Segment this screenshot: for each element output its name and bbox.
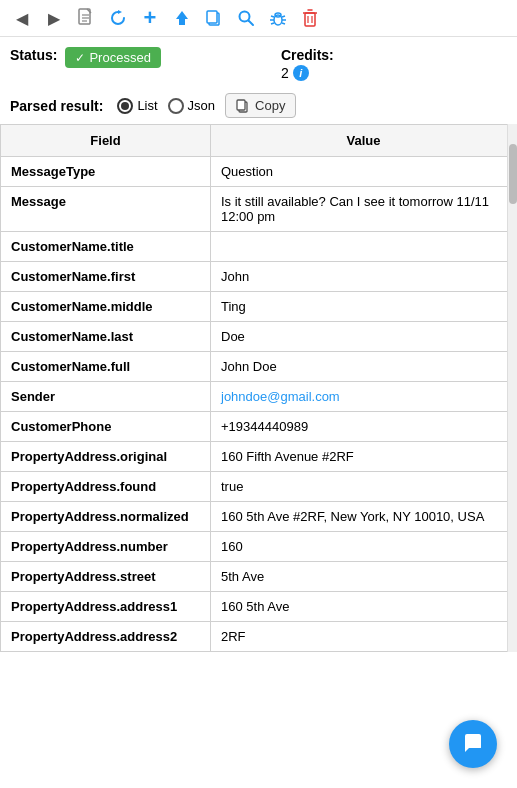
document-icon[interactable]: [74, 6, 98, 30]
value-cell: 160 5th Ave #2RF, New York, NY 10010, US…: [211, 502, 517, 532]
copy-btn-icon: [236, 99, 250, 113]
status-label: Status:: [10, 47, 57, 63]
svg-line-12: [271, 23, 274, 24]
page-container: ◀ ▶ +: [0, 0, 517, 652]
table-row: CustomerName.middleTing: [1, 292, 517, 322]
back-button[interactable]: ◀: [10, 6, 34, 30]
toolbar: ◀ ▶ +: [0, 0, 517, 37]
parsed-result-label: Parsed result:: [10, 98, 103, 114]
field-cell: CustomerName.last: [1, 322, 211, 352]
svg-marker-4: [176, 11, 188, 25]
status-row: Status: ✓ Processed Credits: 2 i: [0, 37, 517, 87]
value-cell: 5th Ave: [211, 562, 517, 592]
parsed-result-row: Parsed result: List Json Copy: [0, 87, 517, 124]
table-row: PropertyAddress.original160 Fifth Avenue…: [1, 442, 517, 472]
value-cell: 160 Fifth Avenue #2RF: [211, 442, 517, 472]
field-cell: CustomerName.full: [1, 352, 211, 382]
field-cell: CustomerName.title: [1, 232, 211, 262]
value-header: Value: [211, 125, 517, 157]
value-cell: +19344440989: [211, 412, 517, 442]
chat-fab-icon: [461, 732, 485, 756]
scrollbar-track[interactable]: [507, 124, 517, 652]
copy-button-label: Copy: [255, 98, 285, 113]
radio-json-label: Json: [188, 98, 215, 113]
value-cell: Ting: [211, 292, 517, 322]
value-cell: johndoe@gmail.com: [211, 382, 517, 412]
info-icon[interactable]: i: [293, 65, 309, 81]
value-cell: Question: [211, 157, 517, 187]
value-cell: John: [211, 262, 517, 292]
field-cell: Message: [1, 187, 211, 232]
search-icon[interactable]: [234, 6, 258, 30]
table-row: PropertyAddress.normalized160 5th Ave #2…: [1, 502, 517, 532]
credits-value: 2 i: [281, 63, 334, 81]
svg-line-8: [249, 21, 254, 26]
table-header-row: Field Value: [1, 125, 517, 157]
status-badge: ✓ Processed: [65, 47, 160, 68]
field-cell: CustomerName.first: [1, 262, 211, 292]
value-cell: John Doe: [211, 352, 517, 382]
table-row: PropertyAddress.address1160 5th Ave: [1, 592, 517, 622]
add-icon[interactable]: +: [138, 6, 162, 30]
field-cell: PropertyAddress.address2: [1, 622, 211, 652]
svg-rect-23: [237, 100, 245, 110]
table-row: CustomerName.title: [1, 232, 517, 262]
value-cell: Is it still available? Can I see it tomo…: [211, 187, 517, 232]
field-header: Field: [1, 125, 211, 157]
radio-list-option[interactable]: List: [117, 98, 157, 114]
field-cell: PropertyAddress.number: [1, 532, 211, 562]
data-table: Field Value MessageTypeQuestionMessageIs…: [0, 124, 517, 652]
value-cell: [211, 232, 517, 262]
copy-button[interactable]: Copy: [225, 93, 296, 118]
checkmark-icon: ✓: [75, 51, 85, 65]
field-cell: CustomerName.middle: [1, 292, 211, 322]
field-cell: PropertyAddress.found: [1, 472, 211, 502]
table-row: MessageTypeQuestion: [1, 157, 517, 187]
status-badge-text: Processed: [89, 50, 150, 65]
radio-group: List Json: [117, 98, 215, 114]
svg-rect-17: [305, 13, 315, 26]
value-cell: Doe: [211, 322, 517, 352]
forward-button[interactable]: ▶: [42, 6, 66, 30]
svg-line-10: [271, 16, 274, 17]
field-cell: PropertyAddress.address1: [1, 592, 211, 622]
upload-icon[interactable]: [170, 6, 194, 30]
delete-icon[interactable]: [298, 6, 322, 30]
credits-section: Credits: 2 i: [281, 47, 334, 81]
refresh-icon[interactable]: [106, 6, 130, 30]
bug-icon[interactable]: [266, 6, 290, 30]
table-row: CustomerPhone+19344440989: [1, 412, 517, 442]
svg-rect-6: [207, 11, 217, 23]
table-row: PropertyAddress.number160: [1, 532, 517, 562]
email-link[interactable]: johndoe@gmail.com: [221, 389, 340, 404]
copy2-icon[interactable]: [202, 6, 226, 30]
chat-fab-button[interactable]: [449, 720, 497, 768]
radio-list-circle: [117, 98, 133, 114]
field-cell: PropertyAddress.original: [1, 442, 211, 472]
value-cell: true: [211, 472, 517, 502]
table-wrapper: Field Value MessageTypeQuestionMessageIs…: [0, 124, 517, 652]
field-cell: MessageType: [1, 157, 211, 187]
scrollbar-thumb[interactable]: [509, 144, 517, 204]
table-row: PropertyAddress.address22RF: [1, 622, 517, 652]
table-row: PropertyAddress.street5th Ave: [1, 562, 517, 592]
svg-line-15: [282, 23, 285, 24]
value-cell: 2RF: [211, 622, 517, 652]
table-row: CustomerName.fullJohn Doe: [1, 352, 517, 382]
field-cell: PropertyAddress.street: [1, 562, 211, 592]
svg-line-13: [282, 16, 285, 17]
credits-number: 2: [281, 65, 289, 81]
table-row: CustomerName.firstJohn: [1, 262, 517, 292]
radio-json-circle: [168, 98, 184, 114]
radio-list-label: List: [137, 98, 157, 113]
field-cell: Sender: [1, 382, 211, 412]
table-row: CustomerName.lastDoe: [1, 322, 517, 352]
table-row: Senderjohndoe@gmail.com: [1, 382, 517, 412]
field-cell: PropertyAddress.normalized: [1, 502, 211, 532]
credits-label: Credits:: [281, 47, 334, 63]
table-row: MessageIs it still available? Can I see …: [1, 187, 517, 232]
field-cell: CustomerPhone: [1, 412, 211, 442]
value-cell: 160: [211, 532, 517, 562]
table-row: PropertyAddress.foundtrue: [1, 472, 517, 502]
radio-json-option[interactable]: Json: [168, 98, 215, 114]
